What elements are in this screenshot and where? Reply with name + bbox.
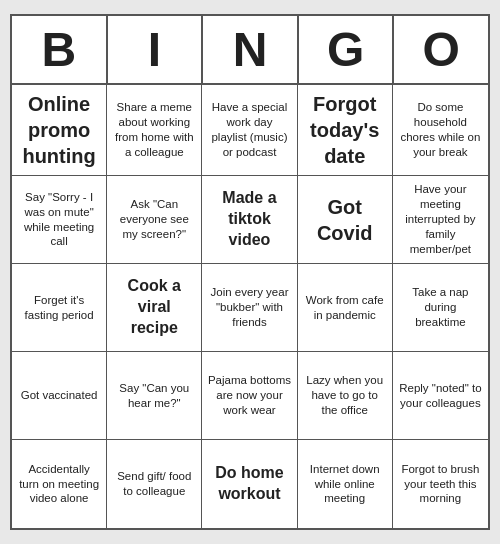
cell-text: Reply "noted" to your colleagues (398, 381, 483, 411)
bingo-cell-20: Accidentally turn on meeting video alone (12, 440, 107, 528)
bingo-cell-21: Send gift/ food to colleague (107, 440, 202, 528)
bingo-cell-11: Cook a viral recipe (107, 264, 202, 352)
bingo-cell-7: Made a tiktok video (202, 176, 297, 264)
cell-text: Send gift/ food to colleague (112, 469, 196, 499)
bingo-cell-18: Lazy when you have to go to the office (298, 352, 393, 440)
bingo-cell-0: Online promo hunting (12, 85, 107, 176)
bingo-cell-6: Ask "Can everyone see my screen?" (107, 176, 202, 264)
cell-text: Ask "Can everyone see my screen?" (112, 197, 196, 242)
bingo-cell-23: Internet down while online meeting (298, 440, 393, 528)
header-letter-i: I (108, 16, 204, 83)
bingo-cell-24: Forgot to brush your teeth this morning (393, 440, 488, 528)
bingo-cell-13: Work from cafe in pandemic (298, 264, 393, 352)
cell-text: Join every year "bukber" with friends (207, 285, 291, 330)
bingo-cell-1: Share a meme about working from home wit… (107, 85, 202, 176)
cell-text: Lazy when you have to go to the office (303, 373, 387, 418)
cell-text: Have your meeting interrupted by family … (398, 182, 483, 257)
cell-text: Cook a viral recipe (112, 276, 196, 338)
cell-text: Say "Sorry - I was on mute" while meetin… (17, 190, 101, 250)
cell-text: Pajama bottoms are now your work wear (207, 373, 291, 418)
cell-text: Take a nap during breaktime (398, 285, 483, 330)
cell-text: Do home workout (207, 463, 291, 505)
cell-text: Made a tiktok video (207, 188, 291, 250)
cell-text: Internet down while online meeting (303, 462, 387, 507)
bingo-cell-14: Take a nap during breaktime (393, 264, 488, 352)
bingo-cell-10: Forget it's fasting period (12, 264, 107, 352)
bingo-cell-5: Say "Sorry - I was on mute" while meetin… (12, 176, 107, 264)
bingo-cell-19: Reply "noted" to your colleagues (393, 352, 488, 440)
bingo-cell-12: Join every year "bukber" with friends (202, 264, 297, 352)
bingo-cell-9: Have your meeting interrupted by family … (393, 176, 488, 264)
header-letter-o: O (394, 16, 488, 83)
cell-text: Forgot to brush your teeth this morning (398, 462, 483, 507)
bingo-grid: Online promo huntingShare a meme about w… (12, 85, 488, 528)
cell-text: Say "Can you hear me?" (112, 381, 196, 411)
bingo-cell-22: Do home workout (202, 440, 297, 528)
bingo-cell-15: Got vaccinated (12, 352, 107, 440)
cell-text: Forgot today's date (303, 91, 387, 169)
cell-text: Got vaccinated (21, 388, 98, 403)
cell-text: Accidentally turn on meeting video alone (17, 462, 101, 507)
cell-text: Got Covid (303, 194, 387, 246)
cell-text: Online promo hunting (17, 91, 101, 169)
bingo-cell-4: Do some household chores while on your b… (393, 85, 488, 176)
header-letter-g: G (299, 16, 395, 83)
bingo-header: BINGO (12, 16, 488, 85)
bingo-cell-17: Pajama bottoms are now your work wear (202, 352, 297, 440)
bingo-cell-2: Have a special work day playlist (music)… (202, 85, 297, 176)
cell-text: Have a special work day playlist (music)… (207, 100, 291, 160)
cell-text: Do some household chores while on your b… (398, 100, 483, 160)
cell-text: Work from cafe in pandemic (303, 293, 387, 323)
header-letter-n: N (203, 16, 299, 83)
bingo-cell-3: Forgot today's date (298, 85, 393, 176)
bingo-cell-8: Got Covid (298, 176, 393, 264)
bingo-cell-16: Say "Can you hear me?" (107, 352, 202, 440)
header-letter-b: B (12, 16, 108, 83)
cell-text: Forget it's fasting period (17, 293, 101, 323)
bingo-card: BINGO Online promo huntingShare a meme a… (10, 14, 490, 530)
cell-text: Share a meme about working from home wit… (112, 100, 196, 160)
